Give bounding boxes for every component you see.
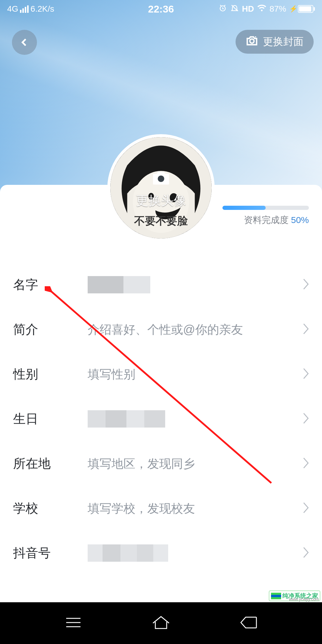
battery-icon: ⚡	[289, 5, 315, 13]
battery-pct: 87%	[270, 4, 286, 14]
svg-point-6	[158, 176, 164, 182]
profile-completeness: 资料完成度 50%	[222, 206, 309, 226]
change-avatar-label: 更换头像	[136, 192, 186, 209]
row-douyin-id[interactable]: 抖音号	[0, 531, 322, 575]
progress-track	[222, 206, 309, 210]
row-label: 生日	[13, 411, 88, 427]
watermark-url: www.ycwjty.com	[289, 597, 319, 602]
chevron-right-icon	[302, 323, 310, 336]
hd-label: HD	[242, 4, 254, 14]
row-name[interactable]: 名字	[0, 262, 322, 307]
wifi-icon	[257, 3, 267, 15]
back-button[interactable]	[12, 30, 37, 55]
row-value: 填写地区，发现同乡	[88, 456, 298, 472]
nav-menu-button[interactable]	[64, 616, 82, 630]
row-label: 抖音号	[13, 545, 88, 561]
row-value-censored	[88, 276, 298, 293]
change-cover-button[interactable]: 更换封面	[236, 30, 314, 54]
profile-field-list: 名字 简介 介绍喜好、个性或@你的亲友 性别 填写性别 生日 所在地 填写地区，	[0, 262, 322, 575]
avatar-meme-text: 不要不要脸	[134, 214, 188, 228]
dnd-icon	[230, 4, 239, 15]
clock: 22:36	[148, 3, 174, 15]
status-bar: 4G 6.2K/s 22:36 HD 87% ⚡	[0, 0, 322, 18]
chevron-right-icon	[302, 278, 310, 292]
svg-point-1	[250, 39, 254, 43]
chevron-right-icon	[302, 367, 310, 381]
row-label: 名字	[13, 276, 88, 293]
avatar[interactable]: 更换头像 不要不要脸	[107, 134, 215, 242]
chevron-right-icon	[302, 457, 310, 470]
network-speed: 6.2K/s	[30, 4, 54, 14]
camera-icon	[150, 167, 172, 188]
row-value: 填写性别	[88, 366, 298, 383]
signal-icon	[20, 5, 29, 13]
row-label: 学校	[13, 500, 88, 517]
nav-back-button[interactable]	[240, 615, 258, 631]
nav-home-button[interactable]	[151, 615, 171, 631]
row-value: 介绍喜好、个性或@你的亲友	[88, 321, 298, 338]
alarm-icon	[218, 4, 227, 15]
chevron-right-icon	[302, 546, 310, 560]
progress-fill	[222, 206, 266, 210]
row-label: 简介	[13, 321, 88, 338]
row-value-censored	[88, 410, 298, 428]
progress-label-text: 资料完成度	[244, 215, 291, 225]
change-cover-label: 更换封面	[263, 35, 304, 49]
camera-icon	[246, 34, 258, 49]
system-nav-bar	[0, 602, 322, 644]
row-label: 所在地	[13, 455, 88, 472]
watermark-flag-icon	[271, 593, 281, 599]
row-bio[interactable]: 简介 介绍喜好、个性或@你的亲友	[0, 307, 322, 352]
chevron-right-icon	[302, 501, 310, 515]
network-type: 4G	[7, 4, 18, 14]
row-gender[interactable]: 性别 填写性别	[0, 352, 322, 397]
chevron-right-icon	[302, 412, 310, 426]
row-location[interactable]: 所在地 填写地区，发现同乡	[0, 441, 322, 486]
row-school[interactable]: 学校 填写学校，发现校友	[0, 486, 322, 531]
row-birthday[interactable]: 生日	[0, 397, 322, 441]
row-label: 性别	[13, 366, 88, 383]
progress-percent: 50%	[291, 215, 309, 225]
row-value-censored	[88, 544, 298, 562]
row-value: 填写学校，发现校友	[88, 500, 298, 517]
